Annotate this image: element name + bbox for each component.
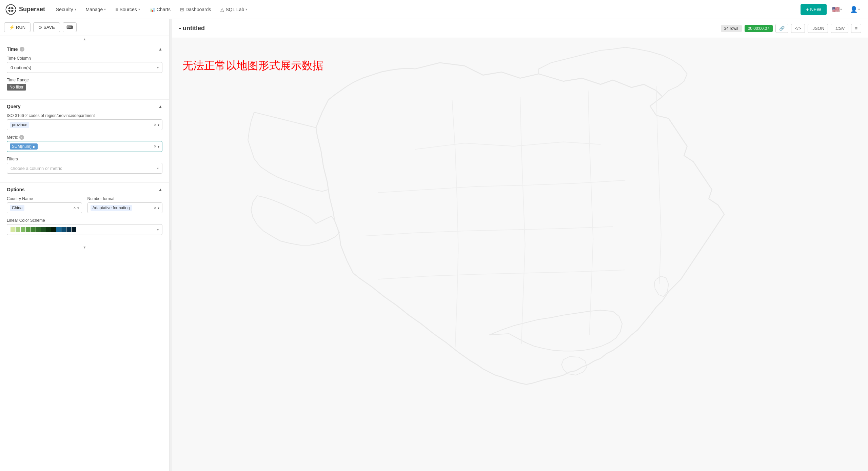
query-collapse-button[interactable]: ▲ [158, 104, 162, 109]
run-label: RUN [16, 25, 25, 30]
number-format-actions: × ▾ [154, 205, 159, 210]
swatch-13 [72, 227, 76, 232]
metric-info-icon[interactable]: i [19, 135, 24, 140]
number-format-label: Number format [87, 196, 163, 201]
swatch-5 [31, 227, 36, 232]
nav-security[interactable]: Security ▾ [52, 4, 80, 15]
nav-dashboards[interactable]: ⊞ Dashboards [176, 4, 215, 15]
header-actions: 34 rows 00:00:00.07 🔗 </> .JSON .CSV ≡ [721, 24, 861, 33]
new-button[interactable]: + NEW [801, 4, 827, 15]
country-name-clear-icon[interactable]: × [73, 205, 76, 210]
json-button[interactable]: .JSON [808, 24, 828, 33]
metric-field-clear-icon[interactable]: × [154, 144, 156, 149]
scroll-down-arrow[interactable]: ▼ [0, 244, 169, 251]
filters-field-select[interactable]: choose a column or metric ▾ [7, 163, 162, 174]
run-button[interactable]: ⚡ RUN [4, 22, 31, 32]
swatch-4 [26, 227, 31, 232]
rows-count-badge: 34 rows [721, 25, 742, 32]
chevron-down-icon: ▾ [858, 7, 860, 11]
iso-field-tag: province [10, 122, 29, 128]
chart-icon: 📊 [150, 7, 155, 12]
main-layout: ⚡ RUN ⊙ SAVE ⌨ ▲ Time i ▲ [0, 19, 868, 471]
flag-icon: 🇺🇸 [832, 6, 840, 13]
nav-sources[interactable]: ≡ Sources ▾ [111, 4, 144, 15]
query-section-title: Query [7, 104, 20, 109]
panel-scroll[interactable]: ▲ Time i ▲ Time Column 0 option(s) ▾ [0, 36, 169, 471]
panel-resize-handle[interactable] [170, 19, 172, 471]
options-collapse-button[interactable]: ▲ [158, 187, 162, 192]
iso-field-clear-icon[interactable]: × [154, 122, 156, 127]
chevron-down-icon: ▾ [245, 7, 247, 11]
query-section-header: Query ▲ [7, 104, 162, 109]
json-label: .JSON [811, 26, 824, 31]
query-label: Query [7, 104, 20, 109]
right-panel: - untitled 34 rows 00:00:00.07 🔗 </> .JS… [172, 19, 868, 471]
country-name-tag: China [10, 205, 24, 211]
options-section: Options ▲ Country Name China × [0, 183, 169, 244]
user-icon: 👤 [850, 6, 857, 13]
time-collapse-button[interactable]: ▲ [158, 47, 162, 52]
toolbar: ⚡ RUN ⊙ SAVE ⌨ [0, 19, 169, 36]
save-icon: ⊙ [38, 25, 42, 30]
time-section-header: Time i ▲ [7, 46, 162, 52]
no-filter-badge[interactable]: No filter [7, 84, 26, 91]
swatch-6 [36, 227, 41, 232]
chevron-down-icon[interactable]: ▾ [77, 206, 79, 210]
color-scheme-label: Linear Color Scheme [7, 218, 162, 223]
chevron-down-icon[interactable]: ▾ [158, 145, 159, 149]
metric-field-group: Metric i SUM(num) ▶ × ▾ [7, 135, 162, 152]
user-menu[interactable]: 👤 ▾ [847, 4, 863, 15]
number-format-select[interactable]: Adaptative formating × ▾ [87, 202, 163, 213]
more-options-button[interactable]: ≡ [851, 24, 861, 33]
keyboard-button[interactable]: ⌨ [63, 22, 77, 32]
iso-field-value: province [12, 122, 27, 127]
time-label: Time [7, 46, 18, 52]
color-scheme-group: Linear Color Scheme [7, 218, 162, 235]
chart-area: 无法正常以地图形式展示数据 [172, 38, 868, 471]
resize-indicator [171, 240, 171, 250]
csv-button[interactable]: .CSV [831, 24, 848, 33]
chevron-down-icon: ▾ [75, 7, 76, 11]
country-name-select[interactable]: China × ▾ [7, 202, 82, 213]
options-row-1: Country Name China × ▾ Number fo [7, 196, 162, 213]
metric-tag-label: SUM(num) [12, 144, 32, 149]
nav-sqllab-label: SQL Lab [225, 7, 244, 12]
swatch-9 [51, 227, 56, 232]
swatch-7 [41, 227, 46, 232]
number-format-col: Number format Adaptative formating × ▾ [87, 196, 163, 213]
chevron-down-icon: ▾ [157, 228, 159, 232]
brand-name: Superset [19, 6, 45, 13]
metric-field-input[interactable]: SUM(num) ▶ × ▾ [7, 141, 162, 152]
nav-manage[interactable]: Manage ▾ [82, 4, 110, 15]
time-column-select[interactable]: 0 option(s) ▾ [7, 62, 162, 73]
country-name-col: Country Name China × ▾ [7, 196, 82, 213]
svg-rect-3 [6, 9, 16, 10]
iso-field-label: ISO 3166-2 codes of region/province/depa… [7, 113, 162, 118]
save-button[interactable]: ⊙ SAVE [33, 22, 60, 32]
chevron-down-icon[interactable]: ▾ [158, 206, 159, 210]
swatch-11 [61, 227, 66, 232]
chart-title: - untitled [179, 25, 205, 32]
nav-charts-label: Charts [157, 7, 171, 12]
code-button[interactable]: </> [791, 24, 805, 33]
iso-field-group: ISO 3166-2 codes of region/province/depa… [7, 113, 162, 130]
language-selector[interactable]: 🇺🇸 ▾ [829, 4, 845, 15]
swatch-2 [16, 227, 20, 232]
scroll-up-arrow[interactable]: ▲ [0, 36, 169, 42]
options-section-title: Options [7, 187, 25, 192]
time-info-icon[interactable]: i [20, 47, 24, 52]
color-scheme-select[interactable]: ▾ [7, 224, 162, 235]
navbar-right: + NEW 🇺🇸 ▾ 👤 ▾ [801, 4, 863, 15]
time-range-group: Time Range No filter [7, 78, 162, 91]
iso-field-input[interactable]: province × ▾ [7, 119, 162, 130]
nav-charts[interactable]: 📊 Charts [145, 4, 175, 15]
time-elapsed-badge: 00:00:00.07 [745, 25, 773, 32]
chevron-down-icon[interactable]: ▾ [158, 123, 159, 127]
nav-security-label: Security [56, 7, 73, 12]
link-button[interactable]: 🔗 [775, 24, 788, 33]
chevron-down-icon: ▾ [104, 7, 106, 11]
number-format-clear-icon[interactable]: × [154, 205, 156, 210]
brand-link[interactable]: Superset [5, 4, 45, 15]
nav-sqllab[interactable]: △ SQL Lab ▾ [216, 4, 251, 15]
country-name-actions: × ▾ [73, 205, 79, 210]
